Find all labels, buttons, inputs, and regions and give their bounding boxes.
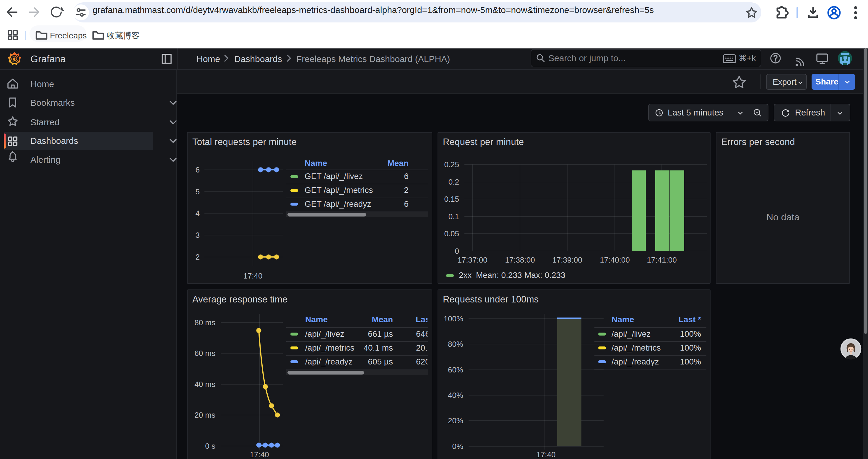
svg-text:40 ms: 40 ms: [194, 380, 215, 389]
svg-text:100%: 100%: [444, 314, 464, 323]
svg-text:17:39:00: 17:39:00: [552, 256, 582, 264]
svg-text:60%: 60%: [448, 365, 463, 374]
svg-text:60 ms: 60 ms: [194, 349, 215, 358]
svg-text:2: 2: [195, 253, 200, 261]
svg-text:0.15: 0.15: [444, 195, 459, 203]
svg-text:17:41:00: 17:41:00: [647, 256, 677, 264]
svg-text:17:37:00: 17:37:00: [457, 256, 487, 264]
svg-text:80%: 80%: [448, 340, 463, 349]
svg-text:20%: 20%: [448, 416, 463, 425]
svg-text:0.2: 0.2: [448, 177, 459, 186]
svg-text:5: 5: [195, 187, 200, 196]
svg-text:20 ms: 20 ms: [194, 411, 215, 419]
svg-text:17:38:00: 17:38:00: [505, 256, 535, 264]
svg-text:40%: 40%: [448, 391, 463, 400]
svg-text:17:40: 17:40: [536, 450, 555, 458]
svg-text:0 s: 0 s: [205, 441, 215, 451]
svg-text:17:40: 17:40: [243, 271, 262, 280]
svg-text:17:40:00: 17:40:00: [600, 256, 629, 264]
svg-text:4: 4: [195, 209, 200, 218]
svg-text:0%: 0%: [452, 442, 463, 451]
svg-text:17:40: 17:40: [250, 450, 269, 458]
svg-text:0: 0: [455, 247, 459, 256]
svg-text:0.1: 0.1: [448, 212, 459, 221]
svg-text:0.25: 0.25: [444, 160, 459, 169]
svg-text:0.05: 0.05: [444, 229, 459, 238]
svg-text:80 ms: 80 ms: [194, 318, 215, 327]
svg-text:6: 6: [195, 165, 200, 174]
svg-text:3: 3: [195, 231, 200, 239]
